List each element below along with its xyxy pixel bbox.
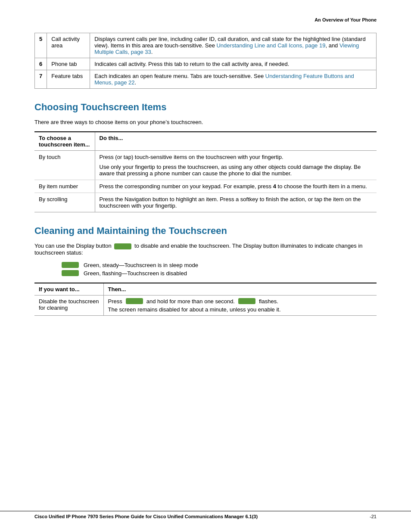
- link-feature-buttons[interactable]: Understanding Feature Buttons and Menus,…: [94, 73, 354, 86]
- row-number: 6: [35, 58, 47, 70]
- press-button-icon: [126, 298, 143, 304]
- footer: Cisco Unified IP Phone 7970 Series Phone…: [0, 511, 411, 519]
- footer-left: Cisco Unified IP Phone 7970 Series Phone…: [34, 514, 258, 519]
- touchscreen-table: To choose atouchscreen item... Do this..…: [34, 131, 377, 212]
- green-flash-icon: [62, 270, 79, 276]
- header-right: An Overview of Your Phone: [34, 17, 377, 24]
- bullet-text: Green, steady—Touchscreen is in sleep mo…: [84, 262, 198, 268]
- link-line-icons[interactable]: Understanding Line and Call Icons, page …: [216, 42, 325, 49]
- row-desc: Displays current calls per line, includi…: [90, 33, 377, 58]
- clean-col1-header: If you want to...: [34, 283, 103, 296]
- clean-action-label: Disable the touchscreen for cleaning: [34, 295, 103, 315]
- row-number: 7: [35, 70, 47, 89]
- section1-heading: Choosing Touchscreen Items: [34, 102, 377, 113]
- flashes-button-icon: [238, 298, 255, 304]
- then-hold-text: and hold for more than one second.: [146, 298, 235, 305]
- green-steady-icon: [62, 262, 79, 268]
- row-desc: Each indicates an open feature menu. Tab…: [90, 70, 377, 89]
- clean-col2-header: Then...: [103, 283, 377, 296]
- table-row: By scrolling Press the Navigation button…: [34, 193, 377, 212]
- row-label: Call activity area: [47, 33, 90, 58]
- method-desc: Press the Navigation button to highlight…: [95, 193, 377, 212]
- row-label: Phone tab: [47, 58, 90, 70]
- clean-action-line1: Press and hold for more than one second.…: [108, 298, 373, 305]
- table-row: 6 Phone tab Indicates call activity. Pre…: [35, 58, 377, 70]
- method-desc: Press (or tap) touch-sensitive items on …: [95, 151, 377, 180]
- table-row: Disable the touchscreen for cleaning Pre…: [34, 295, 377, 315]
- top-table: 5 Call activity area Displays current ca…: [34, 33, 377, 89]
- footer-right: -21: [370, 514, 377, 519]
- col2-header: Do this...: [95, 132, 377, 151]
- bullet-item: Green, flashing—Touchscreen is disabled: [60, 270, 377, 277]
- table-row: By item number Press the corresponding n…: [34, 180, 377, 193]
- section2-heading: Cleaning and Maintaining the Touchscreen: [34, 225, 377, 236]
- method-label: By scrolling: [34, 193, 95, 212]
- bullet-text: Green, flashing—Touchscreen is disabled: [84, 270, 187, 277]
- method-label: By touch: [34, 151, 95, 180]
- display-button-icon: [114, 243, 131, 249]
- section2-intro: You can use the Display button to disabl…: [34, 243, 377, 256]
- method-desc: Press the corresponding number on your k…: [95, 180, 377, 193]
- clean-action-desc: Press and hold for more than one second.…: [103, 295, 377, 315]
- bullet-list: Green, steady—Touchscreen is in sleep mo…: [60, 262, 377, 277]
- bullet-item: Green, steady—Touchscreen is in sleep mo…: [60, 262, 377, 268]
- row-label: Feature tabs: [47, 70, 90, 89]
- row-desc: Indicates call activity. Press this tab …: [90, 58, 377, 70]
- header-title: An Overview of Your Phone: [314, 17, 377, 22]
- table-row: By touch Press (or tap) touch-sensitive …: [34, 151, 377, 180]
- intro-before-btn: You can use the Display button: [34, 243, 112, 249]
- row-number: 5: [35, 33, 47, 58]
- section1-intro: There are three ways to choose items on …: [34, 119, 377, 125]
- table-row: 5 Call activity area Displays current ca…: [35, 33, 377, 58]
- cleaning-table: If you want to... Then... Disable the to…: [34, 283, 377, 316]
- clean-action-line2: The screen remains disabled for about a …: [108, 306, 373, 313]
- method-label: By item number: [34, 180, 95, 193]
- col1-header: To choose atouchscreen item...: [34, 132, 95, 151]
- then-press-text: Press: [108, 298, 122, 305]
- table-row: 7 Feature tabs Each indicates an open fe…: [35, 70, 377, 89]
- page: An Overview of Your Phone 5 Call activit…: [0, 0, 411, 350]
- then-flashes-text: flashes.: [259, 298, 278, 305]
